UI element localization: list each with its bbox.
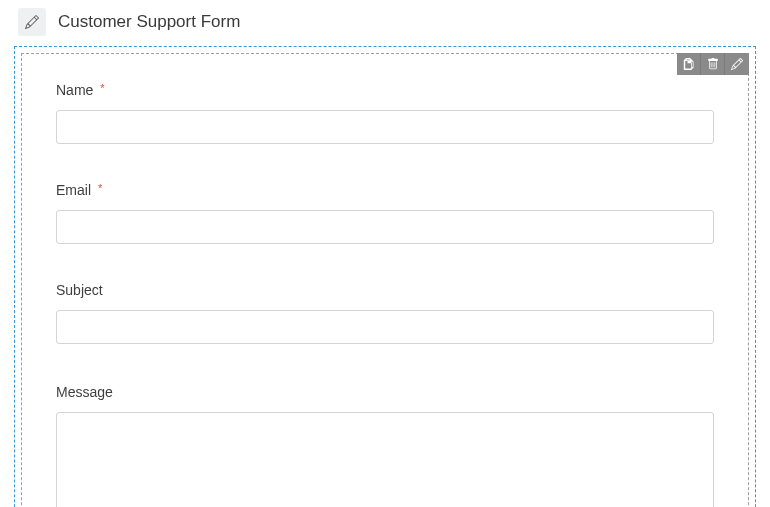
delete-button[interactable]: [701, 53, 725, 75]
element-toolbar: [677, 53, 749, 75]
message-label-text: Message: [56, 384, 113, 400]
outer-selection-box[interactable]: Name * Email * Subject Message: [14, 46, 756, 507]
subject-label-text: Subject: [56, 282, 103, 298]
name-field-group: Name *: [56, 82, 714, 144]
form-header: Customer Support Form: [0, 0, 770, 46]
email-label-text: Email: [56, 182, 91, 198]
email-input[interactable]: [56, 210, 714, 244]
copy-button[interactable]: [677, 53, 701, 75]
message-field-group: Message: [56, 384, 714, 507]
name-label-text: Name: [56, 82, 93, 98]
subject-label: Subject: [56, 282, 714, 298]
subject-input[interactable]: [56, 310, 714, 344]
copy-icon: [683, 58, 695, 70]
pencil-icon: [25, 15, 39, 29]
email-label: Email *: [56, 182, 714, 198]
header-edit-icon-box[interactable]: [18, 8, 46, 36]
message-label: Message: [56, 384, 714, 400]
inner-selection-box[interactable]: Name * Email * Subject Message: [21, 53, 749, 507]
subject-field-group: Subject: [56, 282, 714, 344]
name-input[interactable]: [56, 110, 714, 144]
edit-button[interactable]: [725, 53, 749, 75]
required-indicator: *: [100, 82, 104, 94]
required-indicator: *: [98, 182, 102, 194]
message-input[interactable]: [56, 412, 714, 507]
trash-icon: [707, 58, 719, 70]
name-label: Name *: [56, 82, 714, 98]
pencil-icon: [731, 58, 743, 70]
page-title: Customer Support Form: [58, 12, 240, 32]
email-field-group: Email *: [56, 182, 714, 244]
